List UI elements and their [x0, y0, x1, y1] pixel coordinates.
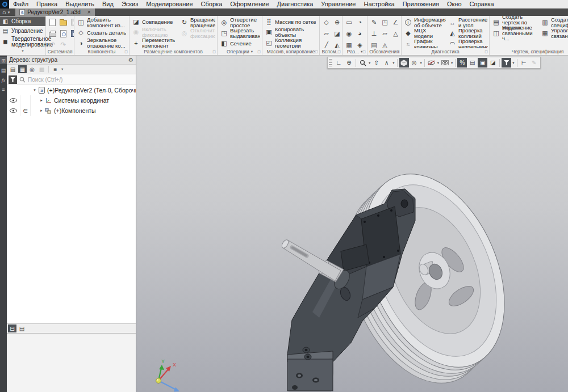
group-launcher-icon[interactable]: ◻: [212, 49, 216, 54]
symbols-angle-icon[interactable]: ∠: [391, 19, 400, 26]
preview-icon[interactable]: [60, 30, 66, 37]
menu-applications[interactable]: Приложения: [399, 0, 443, 9]
tree-settings-gear-icon[interactable]: ⚙: [128, 57, 133, 63]
dock-list-icon[interactable]: ≡: [0, 86, 7, 93]
mode-panel-collapse-icon[interactable]: ▾: [0, 49, 45, 55]
tree-relations-icon[interactable]: ◎: [28, 65, 36, 73]
razn-ball-icon[interactable]: ◕: [356, 30, 365, 37]
tree-layers-icon[interactable]: ≡: [51, 65, 60, 73]
dock-parameters-icon[interactable]: ▤: [0, 66, 7, 74]
section-button[interactable]: ◧Сечение: [219, 39, 261, 48]
group-launcher-icon[interactable]: ◻: [362, 49, 366, 54]
manage-linked-specs-button[interactable]: ▦Управление связанными: [540, 28, 568, 39]
group-launcher-icon[interactable]: ◻: [257, 49, 261, 54]
tree-row-root[interactable]: ▾ a (+)РедукторVer2 (Тел-0, Сборочных ед…: [7, 85, 136, 95]
collision-check-button[interactable]: ◭Проверка коллизий: [448, 28, 488, 39]
continuity-check-button[interactable]: ◠Проверка непрерывности: [448, 39, 488, 48]
aux-control-point-icon[interactable]: ◪: [333, 30, 342, 37]
symbols-tolerance-icon[interactable]: ◳: [381, 19, 390, 26]
viewport-3d[interactable]: ∟ ⊕ ▾ ⇧ ∧ ▾ ◎ ▾ ▾: [136, 56, 568, 392]
curvature-graph-button[interactable]: ≈График кривизны: [403, 39, 446, 48]
aux-csys-icon[interactable]: ⊕: [333, 19, 342, 26]
symbols-leader-icon[interactable]: ▤: [370, 41, 379, 49]
3d-model-canvas[interactable]: X Y: [136, 56, 568, 392]
menu-management[interactable]: Управление: [317, 0, 360, 9]
create-part-button[interactable]: ◇Создать деталь: [76, 28, 128, 37]
menu-edit[interactable]: Правка: [32, 0, 61, 9]
tree-search-input[interactable]: [28, 77, 113, 83]
visibility-eye-icon[interactable]: [7, 106, 20, 116]
manage-linked-drawings-button[interactable]: ◫Управление связанными ч...: [491, 28, 539, 39]
symbols-pencil-icon[interactable]: ✎: [370, 19, 379, 26]
coincide-button[interactable]: ◪Совпадение: [131, 17, 178, 27]
group-launcher-icon[interactable]: ◻: [337, 49, 341, 54]
menu-view[interactable]: Вид: [98, 0, 118, 9]
group-launcher-icon[interactable]: ◻: [485, 49, 488, 54]
dock-variables-icon[interactable]: fx: [0, 76, 7, 83]
open-document-icon[interactable]: [60, 20, 67, 26]
menu-help[interactable]: Справка: [466, 0, 498, 9]
create-specification-button[interactable]: ▥Создать спецификац: [540, 17, 568, 28]
visibility-eye-icon[interactable]: [7, 95, 20, 106]
menu-file[interactable]: Файл: [9, 0, 32, 9]
razn-sphere-icon[interactable]: ◉: [345, 30, 354, 37]
symbols-datum-icon[interactable]: ⊥: [370, 30, 379, 37]
tree-tab-structure-icon[interactable]: ⊟: [8, 324, 16, 332]
aux-spline-icon[interactable]: ╱: [322, 41, 331, 49]
mode-solid-modeling[interactable]: ◼ Твердотельное моделирование: [0, 36, 45, 48]
menu-window[interactable]: Окно: [443, 0, 466, 9]
dock-tree-icon[interactable]: ⊞: [0, 57, 7, 64]
aux-plane-icon[interactable]: ◇: [322, 19, 331, 26]
symbols-roughness-icon[interactable]: △: [391, 30, 400, 37]
tree-row-components[interactable]: ∈ ▸ (+)Компоненты: [7, 106, 136, 116]
menu-settings[interactable]: Настройка: [360, 0, 398, 9]
document-tab[interactable]: a РедукторVer2_1.a3d ×: [15, 9, 95, 16]
tree-row-coordinate-systems[interactable]: ▸ Системы координат: [7, 95, 136, 106]
razn-view-icon[interactable]: ▭: [345, 19, 354, 26]
rotation-rotation-button[interactable]: ↻Вращение-вращение: [179, 17, 216, 28]
tree-filter-button[interactable]: [9, 75, 17, 84]
tab-close-icon[interactable]: ×: [87, 9, 91, 15]
aux-axis-icon[interactable]: ◭: [333, 41, 342, 49]
group-launcher-icon[interactable]: ◻: [315, 49, 318, 54]
mirror-component-button[interactable]: ◑Зеркальное отражение ко...: [76, 37, 128, 48]
object-info-button[interactable]: iИнформация об объекте: [403, 17, 446, 28]
tree-tab-parameters-icon[interactable]: ▤: [18, 324, 26, 332]
menu-sketch[interactable]: Эскиз: [118, 0, 142, 9]
cut-extrude-button[interactable]: ◳Вырезать выдавливанием: [219, 28, 261, 39]
group-launcher-icon[interactable]: ◻: [69, 49, 73, 54]
tree-execution-view-icon[interactable]: ▤: [9, 65, 17, 73]
group-launcher-icon[interactable]: ◻: [124, 49, 128, 54]
razn-crystal-icon[interactable]: ◈: [356, 41, 365, 49]
mode-assembly[interactable]: ◧ Сборка: [0, 16, 45, 26]
distance-angle-button[interactable]: ↔Расстояние и угол: [448, 17, 488, 28]
save-as-icon[interactable]: [71, 30, 74, 37]
new-document-icon[interactable]: [49, 19, 56, 26]
app-logo-icon[interactable]: [0, 0, 9, 9]
geometry-collection-button[interactable]: ◰Коллекция геометрии: [264, 37, 318, 48]
expand-caret-icon[interactable]: ▾: [32, 88, 37, 92]
mcx-model-button[interactable]: ◆МЦХ модели: [403, 28, 446, 39]
mode-management[interactable]: ▤ Управление: [0, 26, 45, 36]
copy-objects-button[interactable]: ▣Копировать объекты: [264, 27, 318, 37]
symbols-mark-icon[interactable]: ◬: [381, 41, 390, 49]
grid-array-button[interactable]: ⣿Массив по сетке: [264, 17, 318, 27]
razn-grid-icon[interactable]: ▦: [345, 41, 354, 49]
home-dropdown-icon[interactable]: ▾: [8, 10, 10, 15]
razn-explode-icon[interactable]: ◔: [356, 19, 365, 26]
simple-hole-button[interactable]: ◎Отверстие простое: [219, 17, 261, 28]
home-button[interactable]: ⌂ ▾: [0, 9, 12, 16]
tree-layers-dropdown-icon[interactable]: ▾: [61, 67, 64, 71]
menu-diagnostics[interactable]: Диагностика: [273, 0, 318, 9]
move-component-button[interactable]: +Переместить компонент: [131, 37, 178, 48]
menu-layout[interactable]: Оформление: [226, 0, 273, 9]
print-icon[interactable]: [49, 32, 56, 37]
aux-plane2-icon[interactable]: ▱: [322, 30, 331, 37]
menu-assembly[interactable]: Сборка: [197, 0, 227, 9]
expand-caret-icon[interactable]: ▸: [39, 98, 44, 103]
menu-select[interactable]: Выделить: [61, 0, 98, 9]
tree-structure-view-icon[interactable]: ▦: [18, 65, 27, 73]
menu-modeling[interactable]: Моделирование: [142, 0, 197, 9]
group-launcher-icon[interactable]: ◻: [396, 49, 400, 54]
expand-caret-icon[interactable]: ▸: [39, 108, 44, 113]
